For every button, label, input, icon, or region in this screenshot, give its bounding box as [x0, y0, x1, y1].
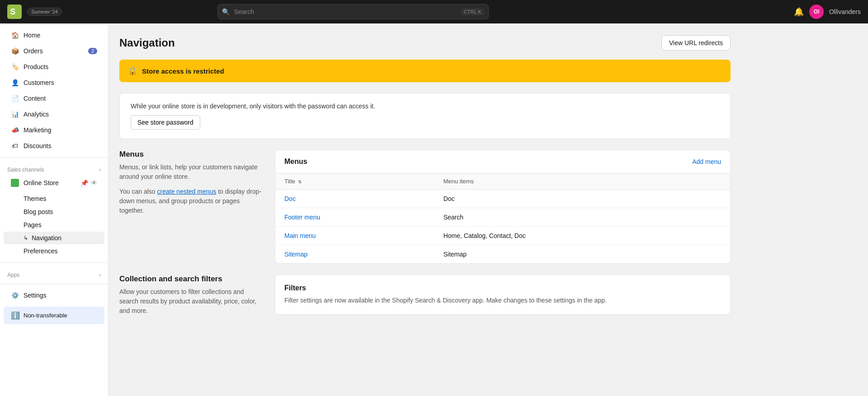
avatar[interactable]: Ol [809, 5, 824, 19]
settings-label: Settings [24, 292, 47, 299]
customers-icon: 👤 [11, 79, 19, 87]
sidebar-item-label: Analytics [24, 111, 49, 118]
search-icon: 🔍 [222, 8, 230, 15]
eye-icon[interactable]: 👁 [91, 179, 97, 186]
online-store-subnav: Themes Blog posts Pages ↳ Navigation Pre… [0, 191, 108, 259]
col-title: Title ⇅ [275, 173, 434, 190]
menu-items-cell: Sitemap [434, 245, 730, 264]
menus-desc-text-2: You can also [119, 188, 156, 195]
menus-desc-1: Menus, or link lists, help your customer… [119, 163, 264, 182]
menus-section: Menus Menus, or link lists, help your cu… [119, 150, 731, 264]
menus-table-body: Doc Doc Footer menu Search Main menu Hom… [275, 190, 730, 264]
menu-title-cell: Footer menu [275, 208, 434, 227]
online-store-actions: 📌 👁 [80, 179, 97, 186]
menus-table: Title ⇅ Menu items Doc Doc Footer menu [275, 173, 730, 263]
sidebar-item-content[interactable]: 📄 Content [4, 91, 104, 106]
sidebar-item-online-store[interactable]: Online Store 📌 👁 [4, 175, 104, 191]
apps-section: Apps › [0, 266, 108, 280]
sidebar-item-discounts[interactable]: 🏷 Discounts [4, 138, 104, 154]
filters-card-title: Filters [284, 284, 721, 292]
see-password-button[interactable]: See store password [131, 115, 200, 130]
sales-channels-expand-icon: › [99, 167, 101, 173]
online-store-label: Online Store [24, 179, 59, 186]
sidebar-item-home[interactable]: 🏠 Home [4, 28, 104, 43]
sidebar-item-analytics[interactable]: 📊 Analytics [4, 107, 104, 122]
non-transferable-item[interactable]: ℹ️ Non-transferable [4, 307, 104, 324]
sidebar-item-pages[interactable]: Pages [4, 219, 104, 231]
non-transferable-label: Non-transferable [24, 312, 67, 319]
products-icon: 🏷️ [11, 63, 19, 71]
filters-card-desc: Filter settings are now available in the… [284, 296, 721, 305]
menus-desc-2: You can also create nested menus to disp… [119, 187, 264, 215]
sidebar-item-preferences[interactable]: Preferences [4, 245, 104, 257]
sidebar-divider-3 [0, 284, 108, 284]
shopify-logo-link[interactable]: S [7, 5, 22, 19]
username-label: Ollivanders [829, 8, 861, 15]
add-menu-button[interactable]: Add menu [692, 158, 721, 165]
filters-section: Collection and search filters Allow your… [119, 275, 731, 316]
menu-title-cell: Main menu [275, 227, 434, 245]
sidebar-item-label: Discounts [24, 142, 51, 149]
sidebar-item-label: Marketing [24, 126, 51, 134]
table-header-row: Title ⇅ Menu items [275, 173, 730, 190]
info-icon: ℹ️ [11, 311, 20, 320]
sidebar-item-navigation[interactable]: ↳ Navigation [4, 232, 104, 244]
sidebar-item-products[interactable]: 🏷️ Products [4, 59, 104, 75]
menu-items-cell: Search [434, 208, 730, 227]
create-nested-menus-link[interactable]: create nested menus [157, 188, 217, 195]
menus-description: Menus Menus, or link lists, help your cu… [119, 150, 264, 264]
menu-title-link[interactable]: Sitemap [284, 251, 307, 258]
col-title-label: Title [284, 178, 295, 185]
settings-icon: ⚙️ [11, 291, 19, 299]
search-bar: 🔍 CTRL K [217, 4, 489, 19]
menu-title-link[interactable]: Doc [284, 195, 296, 202]
sidebar-item-settings[interactable]: ⚙️ Settings [4, 288, 104, 303]
topbar-right: 🔔 Ol Ollivanders [794, 5, 861, 19]
menus-desc-text-1: Menus, or link lists, help your customer… [119, 163, 258, 180]
sort-icon: ⇅ [298, 179, 302, 184]
filters-card: Filters Filter settings are now availabl… [275, 275, 731, 316]
pin-icon[interactable]: 📌 [80, 179, 88, 186]
sidebar-item-label: Orders [24, 47, 43, 55]
menu-items-cell: Doc [434, 190, 730, 208]
menu-title-cell: Sitemap [275, 245, 434, 264]
menus-card-title: Menus [284, 158, 307, 166]
sidebar-item-themes[interactable]: Themes [4, 192, 104, 205]
sidebar: 🏠 Home 📦 Orders 2 🏷️ Products 👤 Customer… [0, 23, 108, 337]
banner-text: Store access is restricted [142, 67, 224, 75]
apps-expand-icon: › [99, 272, 101, 278]
page-header: Navigation View URL redirects [119, 35, 731, 51]
svg-text:S: S [10, 7, 15, 16]
sidebar-item-orders[interactable]: 📦 Orders 2 [4, 43, 104, 59]
view-url-redirects-button[interactable]: View URL redirects [661, 35, 731, 51]
col-menu-items: Menu items [434, 173, 730, 190]
marketing-icon: 📣 [11, 126, 19, 134]
menus-section-title: Menus [119, 150, 264, 159]
menu-title-link[interactable]: Main menu [284, 232, 316, 239]
filters-desc: Allow your customers to filter collectio… [119, 287, 264, 316]
apps-label: Apps [7, 272, 19, 278]
filters-description: Collection and search filters Allow your… [119, 275, 264, 316]
search-input[interactable] [217, 4, 489, 19]
page-title: Navigation [119, 37, 175, 49]
themes-label: Themes [24, 195, 47, 202]
analytics-icon: 📊 [11, 110, 19, 118]
discounts-icon: 🏷 [11, 142, 19, 150]
shopify-logo-icon: S [7, 5, 22, 19]
table-row: Doc Doc [275, 190, 730, 208]
preferences-label: Preferences [24, 247, 57, 255]
sidebar-divider-1 [0, 157, 108, 158]
sales-channels-label: Sales channels [7, 167, 44, 173]
filters-info-card: Filters Filter settings are now availabl… [275, 275, 731, 315]
menu-title-link[interactable]: Footer menu [284, 214, 320, 221]
sidebar-item-customers[interactable]: 👤 Customers [4, 75, 104, 90]
warning-card: While your online store is in developmen… [119, 93, 731, 139]
warning-card-text: While your online store is in developmen… [131, 102, 719, 110]
orders-icon: 📦 [11, 47, 19, 55]
sales-channels-section: Sales channels › [0, 161, 108, 175]
notification-button[interactable]: 🔔 [794, 7, 804, 17]
sidebar-item-marketing[interactable]: 📣 Marketing [4, 122, 104, 138]
search-shortcut: CTRL K [461, 8, 484, 15]
sidebar-item-blog-posts[interactable]: Blog posts [4, 205, 104, 218]
menus-card: Menus Add menu Title ⇅ Menu items [275, 150, 731, 264]
